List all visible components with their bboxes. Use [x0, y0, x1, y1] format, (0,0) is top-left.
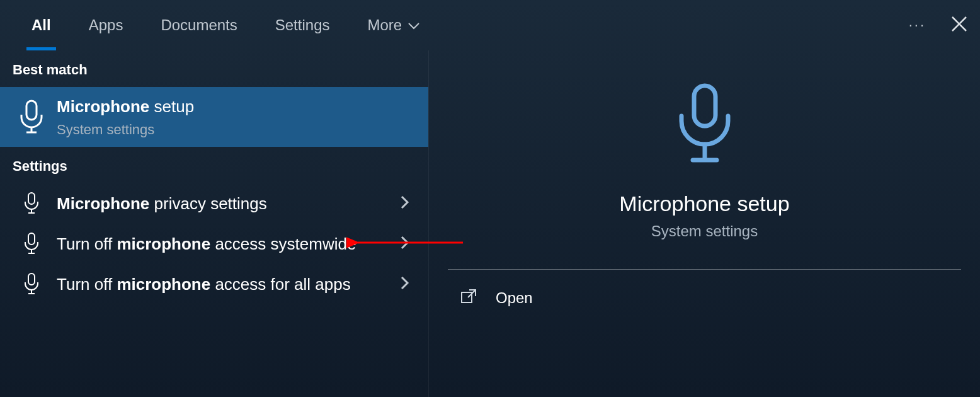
chevron-down-icon: [408, 16, 419, 34]
close-icon[interactable]: [951, 16, 967, 35]
tab-apps[interactable]: Apps: [70, 0, 142, 50]
section-best-match: Best match: [0, 50, 428, 87]
result-title: Turn off microphone access systemwide: [57, 233, 401, 255]
microphone-icon: [13, 192, 50, 215]
svg-rect-6: [462, 292, 472, 302]
chevron-right-icon: [401, 236, 416, 252]
result-title: Microphone setup: [57, 96, 416, 118]
detail-title: Microphone setup: [619, 192, 789, 216]
chevron-right-icon: [401, 195, 416, 212]
result-subtitle: System settings: [57, 122, 416, 138]
microphone-icon: [13, 100, 50, 135]
microphone-icon: [13, 273, 50, 296]
svg-rect-0: [26, 101, 37, 120]
result-turn-off-systemwide[interactable]: Turn off microphone access systemwide: [0, 224, 428, 264]
microphone-icon: [670, 82, 739, 173]
detail-panel: Microphone setup System settings Open: [428, 50, 980, 397]
open-action[interactable]: Open: [448, 270, 961, 326]
svg-rect-2: [28, 233, 35, 245]
svg-rect-1: [28, 193, 35, 204]
search-tabs: All Apps Documents Settings More ···: [0, 0, 980, 50]
svg-rect-5: [694, 86, 715, 126]
result-best-match[interactable]: Microphone setup System settings: [0, 87, 428, 147]
chevron-right-icon: [401, 276, 416, 292]
result-turn-off-all-apps[interactable]: Turn off microphone access for all apps: [0, 264, 428, 304]
tab-documents[interactable]: Documents: [142, 0, 256, 50]
result-privacy-settings[interactable]: Microphone privacy settings: [0, 183, 428, 224]
open-label: Open: [496, 289, 533, 307]
detail-subtitle: System settings: [651, 222, 758, 240]
tab-more[interactable]: More: [348, 0, 438, 50]
more-options-icon[interactable]: ···: [909, 17, 926, 33]
tab-all[interactable]: All: [13, 0, 70, 50]
results-panel: Best match Microphone setup System setti…: [0, 50, 428, 397]
result-title: Microphone privacy settings: [57, 193, 401, 215]
result-title: Turn off microphone access for all apps: [57, 273, 401, 296]
microphone-icon: [13, 233, 50, 255]
open-external-icon: [460, 289, 477, 308]
tab-settings[interactable]: Settings: [256, 0, 349, 50]
section-settings: Settings: [0, 147, 428, 183]
svg-rect-3: [28, 273, 35, 285]
